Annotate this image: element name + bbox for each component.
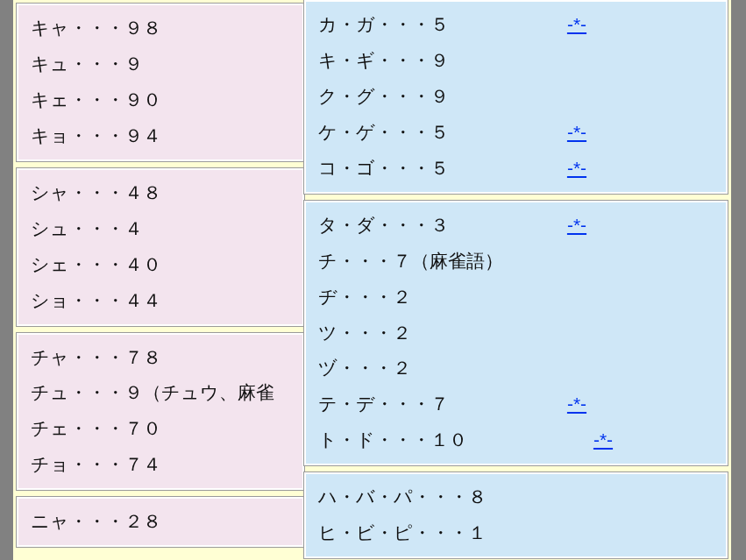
- left-group: シャ・・・４８シュ・・・４シェ・・・４０ショ・・・４４: [17, 168, 304, 326]
- data-row: チャ・・・７８: [31, 340, 294, 376]
- row-text: チュ・・・９（チュウ、麻雀: [31, 375, 274, 411]
- data-row: チ・・・７（麻雀語）: [318, 244, 717, 280]
- left-group: キャ・・・９８キュ・・・９キェ・・・９０キョ・・・９４: [17, 4, 304, 161]
- star-link[interactable]: -*-: [567, 122, 586, 142]
- data-row: ク・グ・・・９: [318, 79, 717, 115]
- right-group: タ・ダ・・・３-*-チ・・・７（麻雀語）ヂ・・・２ツ・・・２ヅ・・・２テ・デ・・…: [304, 201, 728, 466]
- data-row: チョ・・・７４: [31, 447, 294, 483]
- data-row: ヒ・ビ・ピ・・・１: [318, 515, 717, 551]
- data-row: ケ・ゲ・・・５-*-: [318, 115, 717, 151]
- data-row: シェ・・・４０: [31, 247, 294, 283]
- data-row: シュ・・・４: [31, 211, 294, 247]
- row-text: チェ・・・７０: [31, 411, 161, 447]
- data-row: ニャ・・・２８: [31, 504, 294, 540]
- row-text: ハ・バ・パ・・・８: [318, 479, 487, 515]
- row-text: ヅ・・・２: [318, 351, 411, 386]
- row-text: コ・ゴ・・・５: [318, 151, 449, 187]
- row-text: キュ・・・９: [31, 46, 143, 82]
- row-text: テ・デ・・・７: [318, 386, 449, 422]
- row-text: ト・ド・・・１０: [318, 422, 467, 458]
- data-row: キュ・・・９: [31, 46, 294, 82]
- star-link[interactable]: -*-: [567, 14, 586, 34]
- row-text: チョ・・・７４: [31, 447, 161, 483]
- data-row: キャ・・・９８: [31, 11, 294, 46]
- star-link[interactable]: -*-: [593, 429, 613, 450]
- row-text: ケ・ゲ・・・５: [318, 115, 449, 151]
- row-text: シュ・・・４: [31, 211, 143, 247]
- right-group: ハ・バ・パ・・・８ヒ・ビ・ピ・・・１: [304, 472, 728, 558]
- data-row: シャ・・・４８: [31, 175, 294, 211]
- data-row: ショ・・・４４: [31, 283, 294, 319]
- data-row: コ・ゴ・・・５-*-: [318, 151, 717, 187]
- row-text: シャ・・・４８: [31, 175, 161, 211]
- data-row: チェ・・・７０: [31, 411, 294, 447]
- row-text: ヂ・・・２: [318, 280, 411, 315]
- data-row: カ・ガ・・・５-*-: [318, 7, 717, 43]
- data-row: ヅ・・・２: [318, 351, 717, 386]
- row-text: ク・グ・・・９: [318, 79, 449, 115]
- data-row: テ・デ・・・７-*-: [318, 386, 717, 422]
- row-text: カ・ガ・・・５: [318, 7, 449, 43]
- row-text: キ・ギ・・・９: [318, 43, 449, 79]
- data-row: キ・ギ・・・９: [318, 43, 717, 79]
- left-column: キャ・・・９８キュ・・・９キェ・・・９０キョ・・・９４シャ・・・４８シュ・・・４…: [13, 0, 304, 560]
- row-text: キョ・・・９４: [31, 118, 161, 154]
- row-text: キャ・・・９８: [31, 11, 161, 46]
- data-row: キェ・・・９０: [31, 82, 294, 118]
- row-text: ヒ・ビ・ピ・・・１: [318, 515, 487, 551]
- row-text: ツ・・・２: [318, 315, 411, 351]
- right-column: カ・ガ・・・５-*-キ・ギ・・・９ク・グ・・・９ケ・ゲ・・・５-*-コ・ゴ・・・…: [304, 0, 731, 560]
- star-link[interactable]: -*-: [567, 215, 586, 235]
- row-text: チャ・・・７８: [31, 340, 161, 376]
- data-row: ハ・バ・パ・・・８: [318, 479, 717, 515]
- page-outer: キャ・・・９８キュ・・・９キェ・・・９０キョ・・・９４シャ・・・４８シュ・・・４…: [7, 0, 737, 560]
- row-text: ショ・・・４４: [31, 283, 161, 319]
- star-link[interactable]: -*-: [567, 158, 586, 178]
- data-row: ツ・・・２: [318, 315, 717, 351]
- star-link[interactable]: -*-: [567, 393, 586, 414]
- row-text: タ・ダ・・・３: [318, 208, 449, 244]
- left-group: チャ・・・７８チュ・・・９（チュウ、麻雀チェ・・・７０チョ・・・７４: [17, 333, 304, 491]
- right-group: カ・ガ・・・５-*-キ・ギ・・・９ク・グ・・・９ケ・ゲ・・・５-*-コ・ゴ・・・…: [304, 0, 728, 194]
- row-text: キェ・・・９０: [31, 82, 161, 118]
- data-row: キョ・・・９４: [31, 118, 294, 154]
- row-text: シェ・・・４０: [31, 247, 161, 283]
- data-row: ト・ド・・・１０-*-: [318, 422, 717, 458]
- left-group: ニャ・・・２８: [17, 497, 304, 547]
- columns: キャ・・・９８キュ・・・９キェ・・・９０キョ・・・９４シャ・・・４８シュ・・・４…: [13, 0, 731, 560]
- row-text: チ・・・７（麻雀語）: [318, 244, 503, 280]
- data-row: ヂ・・・２: [318, 280, 717, 315]
- row-text: ニャ・・・２８: [31, 504, 161, 540]
- data-row: タ・ダ・・・３-*-: [318, 208, 717, 244]
- data-row: チュ・・・９（チュウ、麻雀: [31, 375, 294, 411]
